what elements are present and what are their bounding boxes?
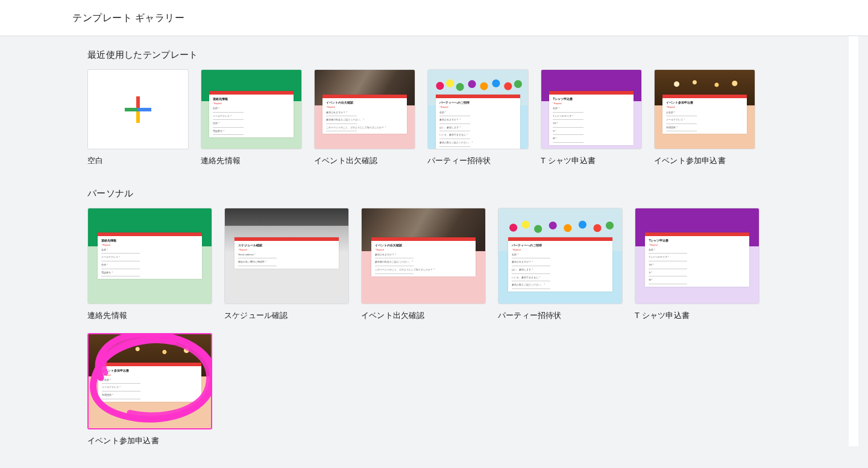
- section-title-recent: 最近使用したテンプレート: [87, 49, 849, 61]
- template-thumb-signup[interactable]: イベント参加申込書* Requiredお名前 *メールアドレス *所属団体 *: [87, 333, 212, 429]
- template-title: パーティー招待状: [427, 155, 529, 166]
- template-title: T シャツ申込書: [635, 310, 760, 321]
- grid-recent: 空白連絡先情報* Required名前 *メールアドレス *住所 *電話番号 *…: [87, 69, 849, 166]
- template-thumb-party[interactable]: パーティーへのご招待* Required名前 *参加されますか？ *はい、参加し…: [498, 208, 623, 304]
- grid-personal: 連絡先情報* Required名前 *メールアドレス *住所 *電話番号 *連絡…: [87, 208, 849, 446]
- template-thumb-tshirt[interactable]: Tシャツ申込書* Required名前 *Tシャツのサイズ *XS *S *M …: [541, 69, 642, 149]
- template-card-signup[interactable]: イベント参加申込書* Requiredお名前 *メールアドレス *所属団体 *イ…: [654, 69, 755, 166]
- template-card-blank[interactable]: 空白: [87, 69, 189, 166]
- template-thumb-tshirt[interactable]: Tシャツ申込書* Required名前 *Tシャツのサイズ *XS *S *M …: [635, 208, 760, 304]
- template-title: パーティー招待状: [498, 310, 623, 321]
- template-title: 連絡先情報: [201, 155, 302, 166]
- template-title: イベント出欠確認: [314, 155, 415, 166]
- template-thumb-contact[interactable]: 連絡先情報* Required名前 *メールアドレス *住所 *電話番号 *: [87, 208, 212, 304]
- template-card-tshirt[interactable]: Tシャツ申込書* Required名前 *Tシャツのサイズ *XS *S *M …: [541, 69, 642, 166]
- template-title: イベント出欠確認: [361, 310, 486, 321]
- page-title: テンプレート ギャラリー: [72, 13, 184, 23]
- template-card-rsvp[interactable]: イベントの出欠確認* Required参加されますか？ *参加者の氏名をご記入く…: [361, 208, 486, 321]
- template-thumb-signup[interactable]: イベント参加申込書* Requiredお名前 *メールアドレス *所属団体 *: [654, 69, 755, 149]
- section-title-personal: パーソナル: [87, 188, 849, 199]
- template-title: イベント参加申込書: [87, 435, 212, 446]
- template-card-party[interactable]: パーティーへのご招待* Required名前 *参加されますか？ *はい、参加し…: [498, 208, 623, 321]
- template-title: スケジュール確認: [224, 310, 349, 321]
- template-thumb-party[interactable]: パーティーへのご招待* Required名前 *参加されますか？ *はい、参加し…: [427, 69, 529, 149]
- template-thumb-schedule[interactable]: スケジュール確認* RequiredEmail address *都合の良い曜日…: [224, 208, 349, 304]
- template-thumb-contact[interactable]: 連絡先情報* Required名前 *メールアドレス *住所 *電話番号 *: [201, 69, 302, 149]
- template-thumb-blank[interactable]: [87, 69, 189, 149]
- template-title: イベント参加申込書: [654, 155, 755, 166]
- template-title: T シャツ申込書: [541, 155, 642, 166]
- template-card-contact[interactable]: 連絡先情報* Required名前 *メールアドレス *住所 *電話番号 *連絡…: [87, 208, 212, 321]
- template-thumb-rsvp[interactable]: イベントの出欠確認* Required参加されますか？ *参加者の氏名をご記入く…: [361, 208, 486, 304]
- template-title: 空白: [87, 155, 189, 166]
- content: 最近使用したテンプレート 空白連絡先情報* Required名前 *メールアドレ…: [0, 36, 858, 446]
- template-title: 連絡先情報: [87, 310, 212, 321]
- template-card-signup[interactable]: イベント参加申込書* Requiredお名前 *メールアドレス *所属団体 * …: [87, 333, 212, 446]
- header: テンプレート ギャラリー: [0, 0, 868, 36]
- template-card-contact[interactable]: 連絡先情報* Required名前 *メールアドレス *住所 *電話番号 *連絡…: [201, 69, 302, 166]
- template-card-party[interactable]: パーティーへのご招待* Required名前 *参加されますか？ *はい、参加し…: [427, 69, 529, 166]
- template-card-schedule[interactable]: スケジュール確認* RequiredEmail address *都合の良い曜日…: [224, 208, 349, 321]
- template-thumb-rsvp[interactable]: イベントの出欠確認* Required参加されますか？ *参加者の氏名をご記入く…: [314, 69, 415, 149]
- template-card-tshirt[interactable]: Tシャツ申込書* Required名前 *Tシャツのサイズ *XS *S *M …: [635, 208, 760, 321]
- template-card-rsvp[interactable]: イベントの出欠確認* Required参加されますか？ *参加者の氏名をご記入く…: [314, 69, 415, 166]
